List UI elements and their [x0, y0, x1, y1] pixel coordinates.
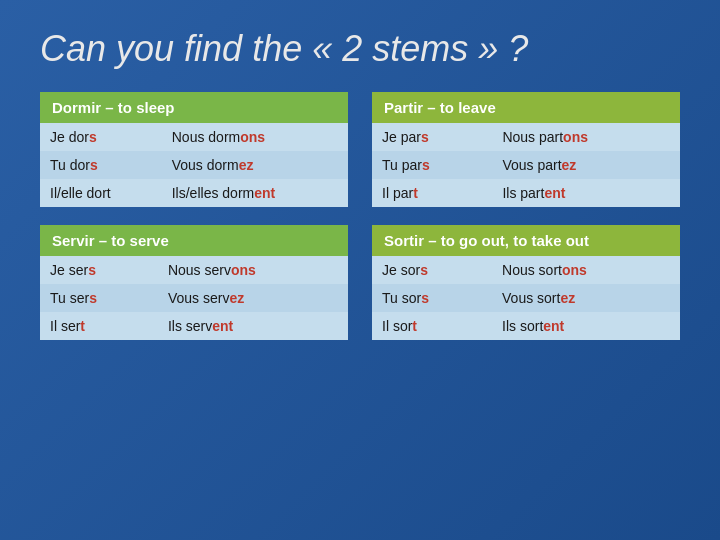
partir-table: Je pars Nous partons Tu pars Vous partez…: [372, 123, 680, 207]
servir-table: Je sers Nous servons Tu sers Vous servez…: [40, 256, 348, 340]
table-row: Tu dors Vous dormez: [40, 151, 348, 179]
table-row: Je dors Nous dormons: [40, 123, 348, 151]
table-row: Il sert Ils servent: [40, 312, 348, 340]
servir-title: Servir – to serve: [40, 225, 348, 256]
table-row: Il/elle dort Ils/elles dorment: [40, 179, 348, 207]
dormir-table: Je dors Nous dormons Tu dors Vous dormez…: [40, 123, 348, 207]
partir-title: Partir – to leave: [372, 92, 680, 123]
table-row: Il sort Ils sortent: [372, 312, 680, 340]
sortir-table: Je sors Nous sortons Tu sors Vous sortez…: [372, 256, 680, 340]
servir-block: Servir – to serve Je sers Nous servons T…: [40, 225, 348, 340]
page-title: Can you find the « 2 stems » ?: [40, 28, 680, 70]
dormir-title: Dormir – to sleep: [40, 92, 348, 123]
table-row: Tu pars Vous partez: [372, 151, 680, 179]
sortir-block: Sortir – to go out, to take out Je sors …: [372, 225, 680, 340]
table-row: Je pars Nous partons: [372, 123, 680, 151]
sortir-title: Sortir – to go out, to take out: [372, 225, 680, 256]
table-row: Je sers Nous servons: [40, 256, 348, 284]
table-row: Tu sers Vous servez: [40, 284, 348, 312]
table-row: Tu sors Vous sortez: [372, 284, 680, 312]
partir-block: Partir – to leave Je pars Nous partons T…: [372, 92, 680, 207]
table-row: Je sors Nous sortons: [372, 256, 680, 284]
table-row: Il part Ils partent: [372, 179, 680, 207]
dormir-block: Dormir – to sleep Je dors Nous dormons T…: [40, 92, 348, 207]
